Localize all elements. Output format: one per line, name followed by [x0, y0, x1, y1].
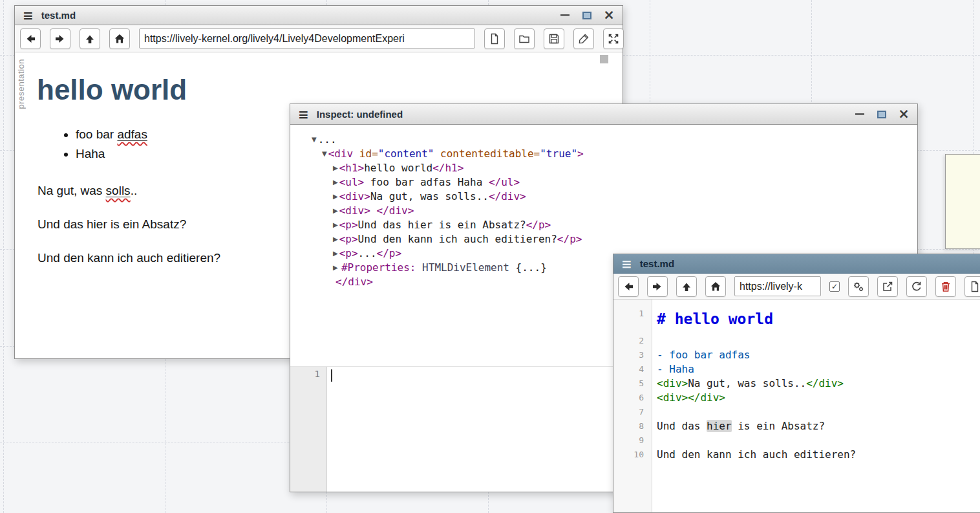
- token: </div>: [336, 276, 373, 288]
- token: Und das hier is ein Absatz?: [358, 219, 526, 231]
- open-external-button[interactable]: [877, 276, 898, 297]
- new-file-button[interactable]: [484, 28, 505, 49]
- file-icon: [968, 280, 980, 293]
- token: Und das: [657, 420, 707, 432]
- token: ▶: [333, 221, 338, 228]
- token: <p>: [339, 233, 358, 245]
- code-line[interactable]: 3- foo bar adfas: [613, 348, 980, 362]
- inspector-tree-line[interactable]: ▶<ul> foo bar adfas Haha </ul>: [290, 175, 917, 190]
- grid-line: [3, 0, 4, 513]
- menu-icon[interactable]: ≡: [298, 108, 309, 121]
- token: ▶: [333, 264, 340, 271]
- titlebar[interactable]: ≡ Inspect: undefined ×: [290, 104, 917, 125]
- close-button[interactable]: ×: [898, 109, 910, 120]
- external-link-icon: [881, 280, 894, 293]
- reload-button[interactable]: [906, 276, 927, 297]
- url-input[interactable]: [734, 276, 821, 296]
- scrollbar-stub[interactable]: [600, 55, 608, 63]
- token: </div>: [806, 377, 844, 389]
- home-button[interactable]: [705, 276, 726, 297]
- list-item-text: foo bar: [76, 127, 117, 141]
- token: <ul>: [339, 176, 365, 188]
- inspector-tree-line[interactable]: ▶<div> </div>: [290, 204, 917, 218]
- token: hello world: [364, 162, 432, 174]
- source-editor[interactable]: 1# hello world 2 3- foo bar adfas 4- Hah…: [613, 300, 980, 512]
- titlebar[interactable]: ≡ test.md: [613, 254, 980, 274]
- browse-folder-button[interactable]: [514, 28, 535, 49]
- forward-button[interactable]: [50, 28, 70, 49]
- edit-button[interactable]: [573, 28, 594, 49]
- arrow-up-icon: [680, 280, 693, 293]
- code-line[interactable]: 5<div>Na gut, was solls..</div>: [613, 377, 980, 391]
- arrow-left-icon: [24, 32, 37, 45]
- code-line[interactable]: 10Und den kann ich auch editieren?: [613, 448, 980, 462]
- code-line[interactable]: 2: [613, 334, 980, 348]
- forward-button[interactable]: [647, 276, 668, 297]
- close-icon: ×: [603, 8, 615, 22]
- code-line[interactable]: 1# hello world: [613, 306, 980, 334]
- fullscreen-button[interactable]: [603, 28, 624, 49]
- up-button[interactable]: [676, 276, 697, 297]
- save-button[interactable]: [544, 28, 564, 49]
- home-button[interactable]: [109, 28, 130, 49]
- navigation-toolbar: [15, 25, 623, 52]
- misspelled-word: solls: [106, 184, 131, 197]
- minimize-button[interactable]: [854, 109, 866, 120]
- arrow-up-icon: [83, 32, 96, 45]
- token: ▶: [333, 164, 338, 171]
- titlebar[interactable]: ≡ test.md ×: [15, 6, 623, 25]
- line-number: 5: [613, 377, 652, 391]
- token: Und den kann ich auch editieren?: [358, 233, 557, 245]
- code-line[interactable]: 7: [613, 405, 980, 419]
- window-peek[interactable]: [945, 154, 980, 249]
- desktop: { "icons": { "hamburger": "≡", "close": …: [0, 0, 980, 513]
- token: <div>: [657, 377, 688, 389]
- delete-button[interactable]: [935, 276, 956, 297]
- token: [370, 204, 377, 217]
- token: </h1>: [432, 162, 463, 174]
- back-button[interactable]: [20, 28, 41, 49]
- code-line[interactable]: 6<div></div>: [613, 391, 980, 405]
- inspector-tree-line[interactable]: ▶<div>Na gut, was solls..</div>: [290, 190, 917, 204]
- token: HTMLDivElement: [422, 261, 509, 274]
- inspector-tree-line[interactable]: ▶<p>Und das hier is ein Absatz?</p>: [290, 218, 917, 232]
- inspector-tree-line[interactable]: ▼...: [290, 133, 917, 147]
- new-file-button[interactable]: [964, 276, 980, 297]
- toolbar-checkbox[interactable]: ✓: [829, 281, 840, 292]
- maximize-button[interactable]: [581, 10, 593, 21]
- maximize-button[interactable]: [876, 109, 888, 120]
- up-button[interactable]: [80, 28, 100, 49]
- token: <p>: [339, 247, 358, 259]
- folder-icon: [518, 32, 531, 45]
- paragraph-text: Na gut, was: [37, 184, 106, 197]
- token: </div>: [489, 190, 526, 202]
- window-title: Inspect: undefined: [317, 109, 403, 120]
- token: <div></div>: [657, 391, 725, 404]
- presentation-tab[interactable]: presentation: [16, 59, 26, 109]
- menu-icon[interactable]: ≡: [621, 257, 632, 270]
- inspector-tree-line[interactable]: ▶<p>Und den kann ich auch editieren?</p>: [290, 232, 917, 246]
- code-line[interactable]: 8Und das hier is ein Absatz?: [613, 419, 980, 433]
- code-text: # hello world: [652, 306, 773, 332]
- token: <div>: [339, 204, 370, 217]
- back-button[interactable]: [618, 276, 639, 297]
- arrow-left-icon: [622, 280, 635, 293]
- token: {...}: [509, 261, 547, 274]
- code-line[interactable]: 9: [613, 433, 980, 448]
- url-input[interactable]: [139, 28, 475, 49]
- code-line[interactable]: 4- Haha: [613, 362, 980, 377]
- minimize-button[interactable]: [559, 10, 571, 21]
- refresh-icon: [910, 280, 923, 293]
- token: Na gut, was solls..: [688, 377, 806, 389]
- inspector-tree-line[interactable]: ▼<div id="content" contenteditable="true…: [290, 147, 917, 161]
- close-button[interactable]: ×: [603, 10, 615, 21]
- inspector-tree-line[interactable]: ▶<h1>hello world</h1>: [290, 161, 917, 175]
- trash-icon: [939, 280, 952, 293]
- code-text: - Haha: [652, 362, 694, 377]
- token: ...: [358, 247, 377, 259]
- line-number: 1: [315, 369, 320, 379]
- token: ...: [318, 133, 337, 146]
- token: ▼: [312, 136, 317, 143]
- menu-icon[interactable]: ≡: [23, 9, 34, 22]
- settings-button[interactable]: [848, 276, 869, 297]
